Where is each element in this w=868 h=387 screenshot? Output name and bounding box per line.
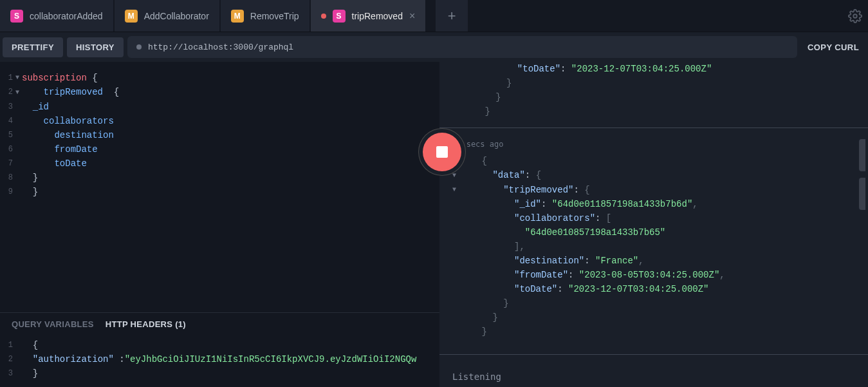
settings-button[interactable] <box>842 0 868 32</box>
headers-editor[interactable]: 1 {2 "authorization" :"eyJhbGciOiJIUzI1N… <box>0 335 439 387</box>
tab-bar: S collaboratorAdded M AddCollaborator M … <box>0 0 868 32</box>
history-button[interactable]: HISTORY <box>67 37 124 57</box>
tab-label: tripRemoved <box>352 11 403 21</box>
gear-icon <box>848 9 862 23</box>
stop-button[interactable] <box>423 133 461 171</box>
close-icon[interactable]: × <box>409 10 415 22</box>
result-fragment: "toDate": "2023-12-07T03:04:25.000Z" } }… <box>452 62 863 118</box>
result-json: ▼ {▼ "data": {▼ "tripRemoved": { "_id": … <box>452 154 863 339</box>
tab-query-variables[interactable]: QUERY VARIABLES <box>12 319 94 329</box>
code-line: 3 _id <box>3 100 439 114</box>
main-area: 1▼subscription {2▼ tripRemoved {3 _id4 c… <box>0 62 868 387</box>
code-line: 7 toDate <box>3 156 439 171</box>
new-tab-button[interactable]: + <box>436 0 468 32</box>
mutation-badge-icon: M <box>231 10 244 23</box>
code-line: 9 } <box>3 185 439 199</box>
subscription-badge-icon: S <box>10 10 23 23</box>
result-block: 11 secs ago ▼ {▼ "data": {▼ "tripRemoved… <box>452 135 863 345</box>
toolbar: PRETTIFY HISTORY http://localhost:3000/g… <box>0 32 868 62</box>
tab-add-collaborator[interactable]: M AddCollaborator <box>115 0 219 32</box>
docs-handle[interactable] <box>859 139 865 171</box>
result-divider <box>439 354 868 355</box>
tab-label: collaboratorAdded <box>30 11 103 21</box>
endpoint-input[interactable]: http://localhost:3000/graphql <box>127 36 797 58</box>
code-line: 1▼subscription { <box>3 71 439 85</box>
status-dot-icon <box>136 44 142 50</box>
code-line: 1 { <box>3 338 439 352</box>
prettify-button[interactable]: PRETTIFY <box>3 37 63 57</box>
tab-http-headers[interactable]: HTTP HEADERS (1) <box>106 319 186 329</box>
code-line: 4 collaborators <box>3 114 439 128</box>
query-editor-pane: 1▼subscription {2▼ tripRemoved {3 _id4 c… <box>0 62 439 387</box>
tab-label: AddCollaborator <box>144 11 209 21</box>
tab-trip-removed[interactable]: S tripRemoved × <box>311 0 426 32</box>
tab-label: RemoveTrip <box>250 11 299 21</box>
plus-icon: + <box>448 8 456 24</box>
listening-status: Listening <box>452 361 863 382</box>
code-line: 6 fromDate <box>3 142 439 156</box>
subscription-badge-icon: S <box>333 10 346 23</box>
svg-point-0 <box>853 14 857 18</box>
tab-remove-trip[interactable]: M RemoveTrip <box>221 0 309 32</box>
code-line: 2 "authorization" :"eyJhbGciOiJIUzI1NiIs… <box>3 352 439 366</box>
variables-panel: QUERY VARIABLES HTTP HEADERS (1) 1 {2 "a… <box>0 312 439 387</box>
code-line: 5 destination <box>3 128 439 142</box>
schema-handle[interactable] <box>859 178 865 210</box>
endpoint-url: http://localhost:3000/graphql <box>148 42 293 52</box>
mutation-badge-icon: M <box>125 10 138 23</box>
tab-collaborator-added[interactable]: S collaboratorAdded <box>0 0 113 32</box>
result-timestamp: 11 secs ago <box>452 138 863 154</box>
result-pane[interactable]: "toDate": "2023-12-07T03:04:25.000Z" } }… <box>439 62 868 387</box>
query-editor[interactable]: 1▼subscription {2▼ tripRemoved {3 _id4 c… <box>0 62 439 312</box>
result-divider <box>439 127 868 128</box>
side-handles <box>859 139 865 216</box>
unsaved-dot-icon <box>321 14 326 19</box>
copy-curl-button[interactable]: COPY CURL <box>801 42 865 52</box>
code-line: 2▼ tripRemoved { <box>3 85 439 99</box>
code-line: 3 } <box>3 366 439 381</box>
code-line: 8 } <box>3 171 439 185</box>
